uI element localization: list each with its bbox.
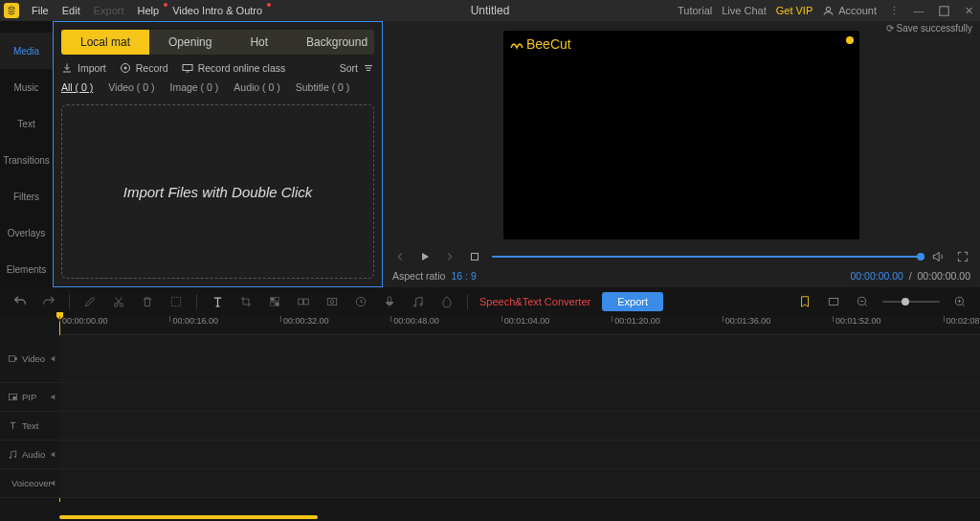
- close-icon[interactable]: ✕: [961, 3, 976, 18]
- import-button[interactable]: Import: [61, 62, 106, 74]
- zoom-tool-button[interactable]: [295, 293, 312, 310]
- zoom-out-button[interactable]: [854, 293, 871, 310]
- crop-button[interactable]: [237, 293, 255, 310]
- track-body[interactable]: [59, 335, 980, 382]
- record-button[interactable]: Record: [120, 62, 168, 74]
- svg-rect-9: [270, 297, 274, 301]
- freeze-button[interactable]: [323, 293, 341, 310]
- tab-hot[interactable]: Hot: [231, 30, 287, 55]
- sidebar-item-transitions[interactable]: Transitions: [0, 142, 53, 178]
- prev-frame-button[interactable]: [392, 249, 408, 264]
- svg-rect-15: [327, 299, 336, 306]
- speech-text-converter[interactable]: Speech&Text Converter: [479, 296, 590, 307]
- filter-all[interactable]: All ( 0 ): [61, 81, 93, 93]
- tick: 00:02:08.00: [944, 316, 980, 322]
- svg-point-3: [123, 67, 126, 70]
- mute-video[interactable]: [48, 335, 59, 382]
- maximize-icon[interactable]: [936, 3, 951, 18]
- volume-button[interactable]: [930, 249, 946, 264]
- filter-image[interactable]: Image ( 0 ): [170, 81, 219, 93]
- tab-background[interactable]: Background: [287, 30, 374, 55]
- link-live-chat[interactable]: Live Chat: [722, 5, 766, 16]
- track-body[interactable]: [59, 412, 980, 440]
- svg-rect-8: [171, 297, 180, 306]
- sidebar-item-elements[interactable]: Elements: [0, 251, 53, 287]
- mute-audio[interactable]: [48, 441, 59, 468]
- menu-intro-outro[interactable]: Video Intro & Outro: [166, 5, 269, 16]
- fit-button[interactable]: [825, 293, 842, 310]
- sidebar: Media Music Text Transitions Filters Ove…: [0, 21, 53, 287]
- sidebar-item-overlays[interactable]: Overlays: [0, 215, 53, 251]
- svg-point-19: [413, 305, 415, 306]
- timeline-ruler[interactable]: 00:00:00.00 00:00:16.00 00:00:32.00 00:0…: [59, 316, 980, 335]
- import-dropzone[interactable]: Import Files with Double Click: [61, 104, 374, 279]
- mute-voiceover[interactable]: [48, 469, 59, 497]
- track-pip: PIP: [0, 383, 980, 412]
- svg-point-0: [827, 7, 831, 11]
- text-button[interactable]: [209, 293, 226, 310]
- minimize-icon[interactable]: —: [911, 3, 926, 18]
- undo-button[interactable]: [11, 293, 29, 310]
- link-tutorial[interactable]: Tutorial: [678, 5, 712, 16]
- sidebar-item-text[interactable]: Text: [0, 105, 53, 142]
- voiceover-tool-button[interactable]: [381, 293, 398, 310]
- filter-subtitle[interactable]: Subtitle ( 0 ): [296, 81, 350, 93]
- zoom-slider[interactable]: [882, 301, 940, 303]
- fullscreen-button[interactable]: [955, 249, 970, 264]
- timeline-scrollbar[interactable]: [0, 513, 980, 521]
- track-body[interactable]: [59, 383, 980, 411]
- audio-tool-button[interactable]: [410, 293, 427, 310]
- menu-file[interactable]: File: [25, 5, 56, 16]
- redo-button[interactable]: [40, 293, 57, 310]
- filter-audio[interactable]: Audio ( 0 ): [234, 81, 279, 93]
- tick: 00:00:16.00: [169, 316, 218, 322]
- preview-viewport[interactable]: BeeCut: [503, 31, 859, 239]
- mosaic-button[interactable]: [266, 293, 283, 310]
- marker-button[interactable]: [796, 293, 813, 310]
- media-tabs: Local mat Opening Hot Background: [61, 30, 374, 55]
- select-all-button[interactable]: [167, 293, 185, 310]
- edit-button[interactable]: [81, 293, 99, 310]
- more-icon[interactable]: ⋮: [886, 3, 902, 18]
- color-button[interactable]: [438, 293, 456, 310]
- tick: 00:01:52.00: [833, 316, 881, 322]
- delete-button[interactable]: [139, 293, 156, 310]
- svg-rect-21: [829, 299, 837, 306]
- stop-button[interactable]: [467, 249, 482, 264]
- filter-video[interactable]: Video ( 0 ): [108, 81, 154, 93]
- aspect-value[interactable]: 16 : 9: [451, 270, 476, 282]
- export-button[interactable]: Export: [602, 292, 663, 311]
- zoom-in-button[interactable]: [951, 293, 969, 310]
- next-frame-button[interactable]: [442, 249, 457, 264]
- sidebar-item-media[interactable]: Media: [0, 33, 53, 69]
- media-panel: Local mat Opening Hot Background Import …: [53, 21, 383, 287]
- tick: 00:01:36.00: [723, 316, 771, 322]
- zoom-knob[interactable]: [902, 298, 909, 306]
- sort-button[interactable]: Sort: [340, 62, 374, 74]
- sidebar-item-music[interactable]: Music: [0, 69, 53, 105]
- tab-local-material[interactable]: Local mat: [61, 30, 149, 55]
- seek-bar[interactable]: [492, 256, 921, 258]
- track-audio: Audio: [0, 441, 980, 469]
- sidebar-item-filters[interactable]: Filters: [0, 178, 53, 215]
- seek-knob[interactable]: [917, 253, 924, 260]
- account-menu[interactable]: Account: [822, 5, 877, 17]
- tick: 00:01:04.00: [501, 316, 550, 322]
- tick: 00:00:48.00: [390, 316, 439, 322]
- record-online-button[interactable]: Record online class: [182, 62, 286, 74]
- track-body[interactable]: [59, 469, 980, 497]
- menu-help[interactable]: Help: [131, 5, 167, 16]
- play-button[interactable]: [417, 249, 433, 264]
- svg-rect-14: [304, 299, 309, 305]
- tab-opening[interactable]: Opening: [149, 30, 231, 55]
- track-body[interactable]: [59, 441, 980, 468]
- save-status: ⟳Save successfully: [886, 23, 972, 34]
- svg-point-16: [330, 300, 334, 304]
- duration-button[interactable]: [352, 293, 369, 310]
- split-button[interactable]: [110, 293, 127, 310]
- time-current: 00:00:00.00: [850, 270, 902, 282]
- menu-edit[interactable]: Edit: [56, 5, 87, 16]
- link-get-vip[interactable]: Get VIP: [776, 5, 813, 16]
- mute-pip[interactable]: [48, 383, 59, 411]
- svg-point-28: [14, 456, 16, 458]
